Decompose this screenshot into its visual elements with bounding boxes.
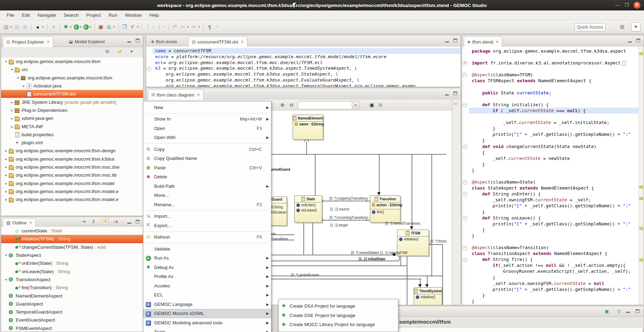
run-icon[interactable]: ▸▼ (74, 23, 82, 31)
menu-item-export-[interactable]: ⇱Export... (143, 221, 271, 230)
tree-item[interactable]: ▸xdsml-java-gen (1, 114, 143, 122)
tree-arrow-icon[interactable]: ▸ (10, 116, 14, 120)
link-with-editor-icon[interactable]: ⇄ (118, 49, 122, 54)
menu-item-copy-qualified-name[interactable]: ⧉Copy Qualified Name (143, 154, 271, 163)
tree-item[interactable]: ▾org.eclipse.gemoc.example.moccml.tfsm (1, 74, 143, 82)
back-icon[interactable]: ⇦▼ (180, 23, 189, 31)
tree-item[interactable]: CNamedElementAspect (1, 292, 143, 300)
tree-item[interactable]: build.properties (1, 131, 143, 139)
quick-access-button[interactable]: Quick Access (574, 23, 606, 31)
tab-outline[interactable]: ▤Outline✕ (3, 218, 36, 227)
fold-collapse-icon[interactable]: − (463, 73, 467, 77)
uml-class-transition[interactable]: Transitionaction : EStringfire() (370, 195, 400, 223)
tree-item[interactable]: ▸META-INF (1, 122, 143, 130)
minimize-view-icon[interactable] (628, 41, 632, 43)
collapse-all-icon[interactable]: ⊟ (105, 49, 109, 54)
minimize-view-icon[interactable] (127, 223, 131, 224)
fold-collapse-icon[interactable]: − (463, 246, 467, 250)
tree-item[interactable]: ▸org.eclipse.gemoc.example.moccml.tfsm.m… (1, 163, 143, 171)
fold-collapse-icon[interactable]: − (463, 216, 467, 221)
tree-item[interactable]: CFSMEventAspect (1, 324, 143, 332)
tab-tfsm-xtend[interactable]: ◈tfsm.xtend✕ (464, 36, 502, 47)
warning-marker[interactable] (639, 197, 643, 200)
tree-item[interactable]: CTemporalGuardAspect (1, 308, 143, 316)
tree-item[interactable]: ▸JActivator.java (1, 82, 143, 90)
xtend-editor-code[interactable]: package org.eclipse.gemoc.example.moccml… (469, 47, 639, 305)
fold-collapse-icon[interactable]: − (463, 180, 467, 185)
submenu-item-create-dse-project-for-language[interactable]: ✚Create DSE Project for language (279, 311, 398, 320)
uml-class-timedsystem[interactable]: TimedSysteminitialize() (414, 287, 442, 305)
forward-icon[interactable]: ⇨▼ (191, 23, 200, 31)
maximize-view-icon[interactable] (136, 220, 140, 223)
tree-item[interactable]: CGuardAspect (1, 300, 143, 308)
title-bar[interactable]: workspace - org.eclipse.gemoc.example.mo… (0, 0, 644, 10)
fold-collapse-icon[interactable]: − (463, 192, 467, 196)
highlighter-icon[interactable]: ✎ (214, 23, 221, 31)
tree-arrow-icon[interactable]: ▸ (4, 190, 8, 193)
tree-arrow-icon[interactable]: ▾ (4, 60, 8, 63)
combo-arrow-icon[interactable]: ▼ (352, 102, 359, 109)
menubar-item-file[interactable]: File (3, 11, 18, 19)
tab-close-icon[interactable]: ✕ (240, 40, 244, 44)
tree-item[interactable]: ▾src (1, 65, 143, 74)
collapsed-import-icon[interactable] (622, 61, 626, 65)
dsl-editor-code[interactable]: name = concurrentTFSMecore = platform:/r… (152, 47, 461, 87)
debug-icon[interactable]: ✱▼ (63, 23, 72, 31)
tree-item[interactable]: ▸org.eclipse.gemoc.example.moccml.tfsm.m… (1, 195, 143, 203)
menubar-item-edit[interactable]: Edit (18, 11, 34, 19)
menu-item-open-with[interactable]: Open With▶ (143, 133, 271, 142)
new-plugin-icon[interactable]: ▣ (98, 23, 104, 31)
menu-item-copy[interactable]: ⧉CopyCtrl+C (143, 145, 271, 154)
tree-item[interactable]: ▸org.eclipse.gemoc.example.moccml.tfsm.m… (1, 187, 143, 195)
tree-item[interactable]: ▾CTransitionAspect (1, 276, 143, 284)
tree-item[interactable]: ▸Plug-in Dependencies (1, 106, 143, 114)
uml-class-state[interactable]: StateonEnter()onLeave() (294, 195, 322, 223)
menu-item-gemoc-modeling-advanced-tools[interactable]: GGEMOC Modeling advanced tools▶ (143, 318, 271, 327)
open-element-icon[interactable]: ❒ (121, 23, 128, 31)
tree-item[interactable]: concurrentTFSM.dsl (1, 90, 143, 98)
save-all-icon[interactable]: ▦ (22, 23, 29, 31)
maximize-view-icon[interactable] (636, 309, 639, 314)
tree-arrow-icon[interactable]: ▸ (4, 182, 8, 185)
menu-item-debug-as[interactable]: ✱Debug As▶ (143, 263, 271, 272)
menu-item-gemoc-moccml-xdsml[interactable]: GGEMOC Moccml xDSML▶ (143, 309, 271, 318)
tree-arrow-icon[interactable]: ▸ (4, 165, 8, 169)
tree-item[interactable]: Minitialize(TFSM) : String (1, 235, 143, 243)
menu-item-move-[interactable]: Move... (143, 191, 271, 200)
sort-category-icon[interactable]: ⇅ (103, 219, 109, 225)
menubar-item-run[interactable]: Run (105, 11, 121, 19)
menu-item-profile-as[interactable]: Profile As▶ (143, 272, 271, 281)
tree-item[interactable]: ▸org.eclipse.gemoc.example.moccml.tfsm.d… (1, 147, 143, 155)
menu-item-rename-[interactable]: Rename...F2 (143, 200, 271, 209)
overview-ruler[interactable] (638, 47, 644, 305)
outline-tree[interactable]: currentState : StateMinitialize(TFSM) : … (1, 227, 143, 332)
submenu-item-create-mocc-library-project-for-language[interactable]: ✚Create MOCC Library Project for languag… (279, 320, 398, 329)
minimize-icon[interactable]: — (615, 1, 620, 9)
submenu-item-create-dsa-project-for-language[interactable]: ✚Create DSA Project for language (279, 301, 398, 311)
tree-arrow-icon[interactable]: ▸ (10, 100, 14, 104)
tree-arrow-icon[interactable]: ▸ (10, 108, 14, 112)
tree-arrow-icon[interactable]: ▸ (10, 125, 14, 129)
run-last-icon[interactable]: ▸▼ (84, 23, 92, 31)
view-menu-icon[interactable]: ▽ (617, 309, 621, 314)
tree-arrow-icon[interactable]: ▸ (4, 149, 8, 153)
zoom-in-icon[interactable]: ⊕ (280, 102, 285, 108)
menu-item-refresh[interactable]: ⟳RefreshF5 (143, 233, 271, 242)
tab-close-icon[interactable]: ✕ (197, 93, 200, 97)
menu-item-ecl[interactable]: ECL▶ (143, 291, 271, 300)
menu-item-team[interactable]: Team▶ (143, 327, 271, 332)
minimize-view-icon[interactable] (127, 41, 131, 43)
tab-close-icon[interactable]: ✕ (29, 221, 32, 225)
sort-alphabetical-icon[interactable]: ↓a (113, 219, 118, 224)
maximize-icon[interactable]: ❐ (625, 1, 629, 9)
tree-arrow-icon[interactable]: ▸ (4, 173, 8, 177)
link-with-editor-icon[interactable]: ⇥ (82, 219, 86, 224)
tree-item[interactable]: SonEnter(State) : String (1, 259, 143, 267)
fold-collapse-icon[interactable]: − (463, 258, 467, 262)
maximize-view-icon[interactable] (636, 39, 640, 42)
warning-marker[interactable] (639, 52, 643, 55)
menu-item-import-[interactable]: ⇲Import... (143, 212, 271, 221)
tree-arrow-icon[interactable]: ▸ (22, 84, 26, 88)
menubar-item-window[interactable]: Window (121, 11, 145, 19)
menu-item-delete[interactable]: ✖Delete (143, 172, 271, 182)
